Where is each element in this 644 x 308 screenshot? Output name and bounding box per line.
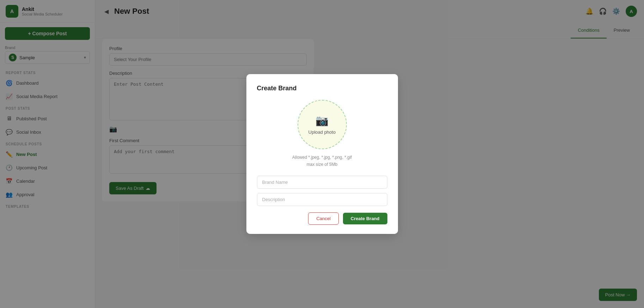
- create-brand-modal: Create Brand 📷 Upload photo Allowed *.jp…: [246, 74, 398, 234]
- upload-hint: Allowed *.jpeg, *.jpg, *.png, *.gif max …: [257, 154, 387, 168]
- create-brand-button[interactable]: Create Brand: [343, 213, 387, 224]
- upload-photo-area[interactable]: 📷 Upload photo: [298, 100, 347, 149]
- upload-photo-label: Upload photo: [308, 129, 336, 135]
- modal-actions: Cancel Create Brand: [257, 212, 387, 225]
- modal-overlay[interactable]: Create Brand 📷 Upload photo Allowed *.jp…: [0, 0, 644, 308]
- description-input[interactable]: [257, 193, 387, 206]
- camera-icon: 📷: [315, 114, 329, 127]
- brand-name-input[interactable]: [257, 176, 387, 189]
- cancel-button[interactable]: Cancel: [308, 212, 338, 225]
- modal-title: Create Brand: [257, 85, 387, 92]
